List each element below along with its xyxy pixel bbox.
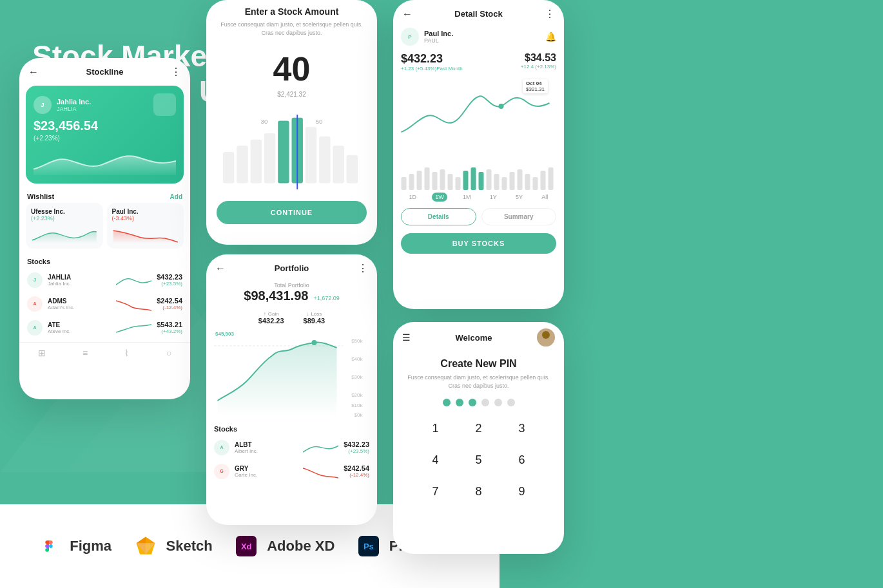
svg-rect-39 <box>432 172 438 190</box>
pin-key-8[interactable]: 8 <box>460 479 498 505</box>
stock-right-gry: $242.54 (-12.4%) <box>344 464 369 478</box>
wishlist-item-1[interactable]: Paul Inc. (-3.43%) <box>107 203 184 249</box>
pin-content: Create New PIN Fusce consequat diam just… <box>393 353 564 510</box>
stock-change-ate: (+43.2%) <box>157 328 182 334</box>
pin-key-5[interactable]: 5 <box>460 447 498 473</box>
stock-item-jahlia[interactable]: J JAHLIA Jahlia Inc. $432.23 (+23.5%) <box>19 268 190 292</box>
svg-text:$20k: $20k <box>351 392 363 398</box>
nav-list[interactable]: ≡ <box>82 348 88 358</box>
nav-profile[interactable]: ○ <box>166 348 171 358</box>
adobe-xd-label: Adobe XD <box>267 538 335 555</box>
portfolio-value: $98,431.98 <box>244 289 308 303</box>
stock-info-gry: GRY Garte Inc. <box>235 465 298 478</box>
pin-key-4[interactable]: 4 <box>416 447 454 473</box>
pin-key-6[interactable]: 6 <box>503 447 541 473</box>
detail-company: Paul Inc. <box>424 30 453 37</box>
svg-rect-15 <box>333 146 344 184</box>
detail-ticker: PAUL <box>424 37 453 44</box>
svg-rect-41 <box>448 174 453 190</box>
hamburger-icon[interactable]: ☰ <box>402 332 411 343</box>
time-tab-5y[interactable]: 5Y <box>512 193 526 202</box>
time-tab-1y[interactable]: 1Y <box>487 193 500 202</box>
portfolio-stock-gry[interactable]: G GRY Garte Inc. $242.54 (-12.4%) <box>206 459 377 483</box>
svg-rect-37 <box>417 171 422 190</box>
tool-sketch: Sketch <box>133 533 213 559</box>
stock-logo-albt: A <box>214 440 229 455</box>
time-tab-all[interactable]: All <box>538 193 551 202</box>
pin-key-7[interactable]: 7 <box>416 479 454 505</box>
menu-detail[interactable]: ⋮ <box>545 8 555 20</box>
wishlist-title: Wishlist <box>27 193 54 200</box>
sketch-label: Sketch <box>166 538 213 555</box>
menu-portfolio[interactable]: ⋮ <box>358 262 368 274</box>
screen-portfolio: ← Portfolio ⋮ Total Portfolio $98,431.98… <box>206 254 377 525</box>
svg-rect-6 <box>223 152 234 183</box>
svg-rect-54 <box>548 167 554 190</box>
create-pin-desc: Fusce consequat diam justo, et scelerisq… <box>403 374 554 390</box>
portfolio-title: Portfolio <box>275 263 309 273</box>
back-arrow-detail[interactable]: ← <box>402 8 412 20</box>
svg-rect-48 <box>502 177 507 190</box>
detail-prices: $432.23 +1.23 (+5.43%)Past Month $34.53 … <box>393 50 564 74</box>
stock-right-albt: $432.23 (+23.5%) <box>344 441 369 454</box>
enter-stock-title: Enter a Stock Amount <box>217 6 367 17</box>
menu-stockline[interactable]: ⋮ <box>171 66 181 78</box>
gain-value: $432.23 <box>258 317 284 325</box>
stock-ticker-jahlia: JAHLIA <box>48 274 111 281</box>
svg-rect-46 <box>487 169 492 190</box>
detail-stock-title: Detail Stock <box>454 9 502 19</box>
stock-right-jahlia: $432.23 (+23.5%) <box>157 273 182 287</box>
tool-figma: Figma <box>36 533 112 559</box>
pin-header: ☰ Welcome <box>393 322 564 353</box>
stock-logo-gry: G <box>214 464 229 479</box>
wishlist-item-name-1: Paul Inc. <box>112 208 179 215</box>
svg-point-26 <box>312 340 317 345</box>
svg-rect-14 <box>319 137 330 184</box>
nav-chart[interactable]: ⌇ <box>124 348 129 358</box>
chart-date: Oct 04 <box>526 81 545 86</box>
back-arrow-stockline[interactable]: ← <box>28 66 39 78</box>
pin-dot-6 <box>507 399 515 406</box>
tab-details[interactable]: Details <box>401 208 476 225</box>
buy-stocks-button[interactable]: BUY STOCKS <box>401 233 556 254</box>
gain-item: ↑Gain $432.23 <box>258 311 284 325</box>
wishlist-item-name-0: Ufesse Inc. <box>31 208 98 215</box>
stockline-title: Stockline <box>86 67 124 77</box>
time-tab-1w[interactable]: 1W <box>432 193 447 202</box>
sketch-icon <box>133 533 159 559</box>
time-tab-1d[interactable]: 1D <box>406 193 420 202</box>
wishlist-add[interactable]: Add <box>170 193 182 200</box>
stocks-header: Stocks <box>19 252 190 268</box>
stock-company-adms: Adam's Inc. <box>48 305 111 310</box>
portfolio-label: Total Portfolio <box>214 282 369 289</box>
pin-key-1[interactable]: 1 <box>416 415 454 442</box>
tab-summary[interactable]: Summary <box>481 208 557 225</box>
portfolio-stock-albt[interactable]: A ALBT Albert Inc. $432.23 (+23.5%) <box>206 435 377 459</box>
svg-rect-36 <box>409 174 414 190</box>
stock-card-name: Jahlia Inc. <box>57 98 91 106</box>
stock-item-ate[interactable]: A ATE Ateve Inc. $543.21 (+43.2%) <box>19 316 190 339</box>
svg-rect-16 <box>347 155 358 184</box>
back-arrow-portfolio[interactable]: ← <box>215 263 226 274</box>
stock-logo-ate: A <box>27 320 43 336</box>
nav-home[interactable]: ⊞ <box>38 348 46 358</box>
stock-item-adms[interactable]: A ADMS Adam's Inc. $242.54 (-12.4%) <box>19 292 190 316</box>
wishlist-item-change-0: (+2.23%) <box>31 215 98 222</box>
svg-point-34 <box>499 104 504 109</box>
detail-action-tabs: Details Summary <box>393 204 564 229</box>
stock-change-jahlia: (+23.5%) <box>157 281 182 287</box>
stock-info-adms: ADMS Adam's Inc. <box>48 298 111 310</box>
wishlist-item-change-1: (-3.43%) <box>112 215 179 222</box>
pin-key-2[interactable]: 2 <box>460 415 498 442</box>
amount-display: 40 <box>217 50 367 88</box>
stock-card-change: (+2.23%) <box>34 135 176 142</box>
stock-card-logo: J <box>34 96 52 114</box>
svg-rect-13 <box>306 127 316 183</box>
pin-dot-2 <box>456 399 463 406</box>
wishlist-item-0[interactable]: Ufesse Inc. (+2.23%) <box>26 203 103 249</box>
continue-button[interactable]: CONTINUE <box>217 201 367 224</box>
pin-dot-4 <box>481 399 489 406</box>
pin-key-9[interactable]: 9 <box>503 479 541 505</box>
time-tab-1m[interactable]: 1M <box>460 193 474 202</box>
pin-key-3[interactable]: 3 <box>503 415 541 442</box>
